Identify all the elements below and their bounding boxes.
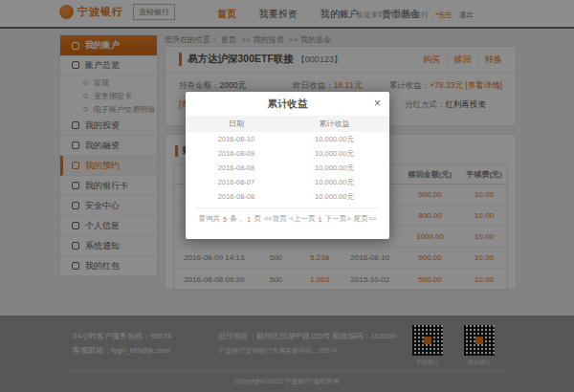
col-header-earning: 累计收益: [279, 119, 389, 129]
pagination-current[interactable]: 1: [319, 215, 322, 224]
col-header-date: 日期: [186, 119, 279, 129]
list-item: 2016-08-10 10,000.00元: [186, 132, 389, 146]
earning-value: 10,000.00元: [279, 149, 389, 159]
pagination: 查询共 5 条， 1 页 <<首页 <上一页 1 下一页> 尾页>>: [186, 208, 389, 229]
pagination-last[interactable]: 尾页>>: [354, 214, 377, 224]
pagination-prefix: 查询共: [199, 214, 221, 224]
pagination-first[interactable]: <<首页: [264, 214, 287, 224]
list-item: 2016-08-06 10,000.00元: [186, 189, 389, 204]
earning-value: 10,000.00元: [279, 135, 389, 144]
earning-date: 2016-08-09: [186, 149, 279, 158]
modal-table-header: 日期 累计收益: [186, 116, 389, 132]
list-item: 2016-08-07 10,000.00元: [186, 175, 389, 189]
earning-date: 2016-08-08: [186, 163, 279, 172]
pagination-next[interactable]: 下一页>: [325, 214, 351, 224]
earning-date: 2016-08-07: [186, 178, 279, 186]
pagination-prev[interactable]: <上一页: [290, 214, 316, 224]
modal-title-row: 累计收益 ×: [186, 92, 389, 116]
earning-date: 2016-08-10: [186, 135, 279, 143]
earning-value: 10,000.00元: [279, 163, 389, 173]
earning-date: 2016-08-06: [186, 192, 279, 201]
earning-value: 10,000.00元: [279, 178, 389, 187]
earning-value: 10,000.00元: [279, 192, 389, 202]
close-icon[interactable]: ×: [374, 97, 381, 110]
pagination-ye: 页: [254, 214, 261, 224]
total-earnings-modal: 累计收益 × 日期 累计收益 2016-08-10 10,000.00元 201…: [186, 92, 389, 239]
pagination-pages: 1: [247, 215, 251, 224]
list-item: 2016-08-08 10,000.00元: [186, 161, 389, 175]
modal-title: 累计收益: [268, 98, 308, 111]
list-item: 2016-08-09 10,000.00元: [186, 146, 389, 161]
pagination-count: 5: [223, 215, 227, 224]
pagination-tiao: 条，: [230, 214, 244, 224]
